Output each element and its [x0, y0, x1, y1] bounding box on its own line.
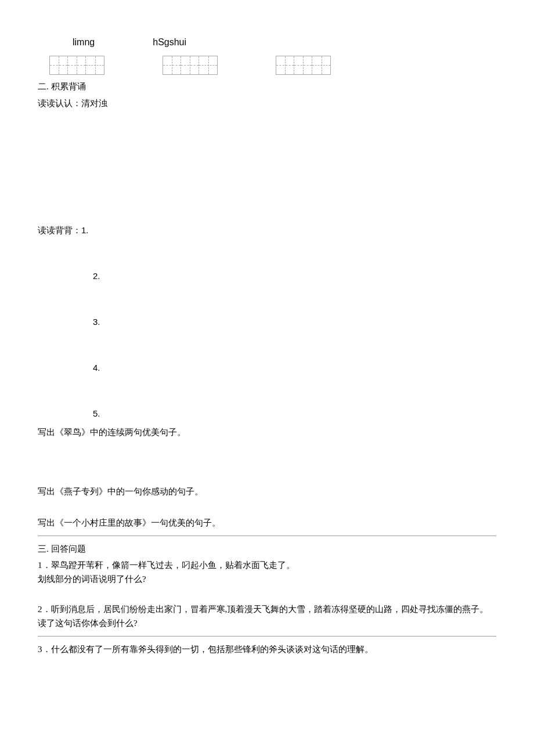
tianzige-cell[interactable]: [181, 56, 199, 74]
pinyin-row: limng hSgshui: [38, 35, 496, 50]
task-xiaocun: 写出《一个小村庄里的故事》一句优美的句子。: [38, 516, 496, 530]
tianzige-cell[interactable]: [163, 56, 181, 74]
task-cuiniao: 写出《翠鸟》中的连续两句优美句子。: [38, 425, 496, 439]
q2-sentence: 2．听到消息后，居民们纷纷走出家门，冒着严寒,顶着漫天飞舞的大雪，踏着冻得坚硬的…: [38, 602, 496, 616]
divider-line: [38, 636, 496, 636]
list-num-2: 2.: [93, 269, 496, 283]
list-num-3: 3.: [93, 315, 496, 329]
section2-title: 二. 积累背诵: [38, 79, 496, 93]
tianzige-group-1: [49, 56, 104, 75]
numbered-list: 2. 3. 4. 5.: [38, 269, 496, 421]
q1-sentence: 1．翠鸟蹬开苇秆，像箭一样飞过去，叼起小鱼，贴着水面飞走了。: [38, 558, 496, 572]
tianzige-cell[interactable]: [68, 56, 86, 74]
task-yanzi: 写出《燕子专列》中的一句你感动的句子。: [38, 484, 496, 498]
tianzige-boxes: [163, 56, 218, 75]
dudu-beibei-row: 读读背背：1.: [38, 223, 496, 237]
divider-line: [38, 536, 496, 536]
pinyin-1: limng: [73, 35, 95, 50]
tianzige-group-2: [163, 56, 218, 75]
q2-prompt: 读了这句话你体会到什么?: [38, 616, 496, 630]
list-num-4: 4.: [93, 361, 496, 375]
list-num-1: 1.: [81, 225, 89, 235]
question-2: 2．听到消息后，居民们纷纷走出家门，冒着严寒,顶着漫天飞舞的大雪，踏着冻得坚硬的…: [38, 602, 496, 630]
question-3: 3．什么都没有了一所有靠斧头得到的一切，包括那些锋利的斧头谈谈对这句话的理解。: [38, 642, 496, 656]
tianzige-cell[interactable]: [50, 56, 68, 74]
q1-prompt: 划线部分的词语说明了什么?: [38, 572, 496, 586]
tianzige-row: [38, 56, 496, 75]
tianzige-cell[interactable]: [276, 56, 294, 74]
tianzige-cell[interactable]: [312, 56, 330, 74]
pinyin-2: hSgshui: [153, 35, 186, 50]
tianzige-boxes: [49, 56, 104, 75]
tianzige-cell[interactable]: [294, 56, 312, 74]
tianzige-cell[interactable]: [86, 56, 104, 74]
question-1: 1．翠鸟蹬开苇秆，像箭一样飞过去，叼起小鱼，贴着水面飞走了。 划线部分的词语说明…: [38, 558, 496, 586]
dudu-beibei-label: 读读背背：: [38, 226, 81, 235]
list-num-5: 5.: [93, 407, 496, 421]
q3-sentence: 3．什么都没有了一所有靠斧头得到的一切，包括那些锋利的斧头谈谈对这句话的理解。: [38, 642, 496, 656]
section3-title: 三. 回答问题: [38, 542, 496, 556]
tianzige-group-3: [276, 56, 331, 75]
tianzige-cell[interactable]: [199, 56, 217, 74]
tianzige-boxes: [276, 56, 331, 75]
dudu-renren: 读读认认：清对浊: [38, 96, 496, 110]
